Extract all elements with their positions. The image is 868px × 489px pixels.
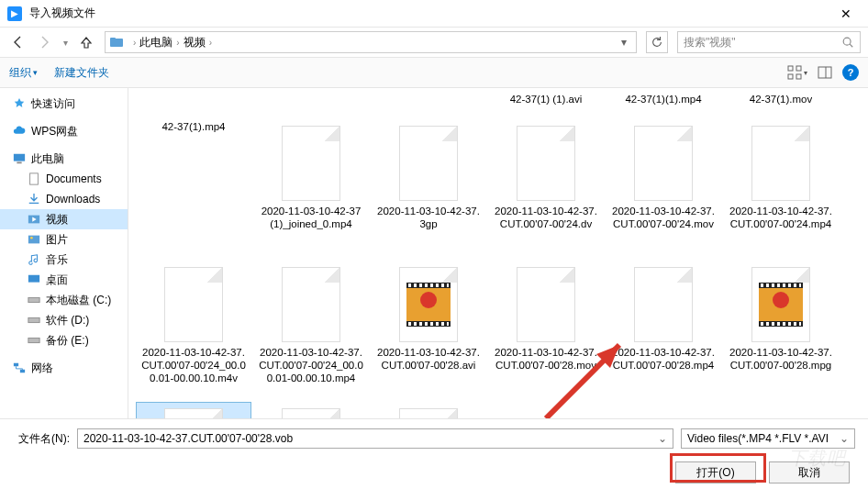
file-item[interactable]: 2020-11-03-10-42-37.3gp xyxy=(371,119,486,259)
file-name: 42-37(1).mov xyxy=(750,93,812,106)
file-item-partial[interactable]: 42-37(1).mov xyxy=(723,92,839,117)
help-button[interactable]: ? xyxy=(842,64,859,81)
file-name: 42-37(1) (1).avi xyxy=(510,93,583,106)
svg-rect-8 xyxy=(818,67,831,78)
file-thumb-icon xyxy=(164,408,223,418)
search-icon xyxy=(841,36,854,49)
organize-menu[interactable]: 组织 ▾ xyxy=(9,65,38,81)
sidebar-item-wps[interactable]: WPS网盘 xyxy=(0,121,128,141)
preview-pane-button[interactable] xyxy=(815,62,835,83)
sidebar-item-pc[interactable]: 此电脑 xyxy=(0,149,128,169)
file-name: 2020-11-03-10-42-37.CUT.00'07-00'24_00.0… xyxy=(140,346,247,384)
cancel-button[interactable]: 取消 xyxy=(769,461,850,483)
desktop-icon xyxy=(28,273,40,286)
file-item[interactable]: 2020-11-03-10-42-37.dv xyxy=(253,402,369,418)
svg-rect-16 xyxy=(28,275,39,283)
file-name: 2020-11-03-10-42-37.CUT.00'07-00'24.mov xyxy=(610,205,717,230)
svg-point-2 xyxy=(843,38,851,45)
video-thumb-icon xyxy=(399,267,458,342)
bottom-bar: 文件名(N): 2020-11-03-10-42-37.CUT.00'07-00… xyxy=(0,418,868,489)
sidebar-item-diskc[interactable]: 本地磁盘 (C:) xyxy=(0,290,128,310)
file-item[interactable]: 2020-11-03-10-42-37.CUT.00'07-00'28.mp4 xyxy=(606,261,721,400)
file-item-partial[interactable]: 42-37(1)(1).mp4 xyxy=(606,92,721,117)
crumb-sep: › xyxy=(209,38,212,48)
view-mode-button[interactable]: ▾ xyxy=(787,62,807,83)
search-placeholder: 搜索"视频" xyxy=(684,35,736,50)
close-button[interactable]: ✕ xyxy=(828,1,864,27)
svg-rect-6 xyxy=(788,74,793,79)
file-name: 2020-11-03-10-42-37.CUT.00'07-00'24_00.0… xyxy=(258,346,364,384)
sidebar-item-desktop[interactable]: 桌面 xyxy=(0,270,128,290)
file-item[interactable]: 2020-11-03-10-42-37.CUT.00'07-00'28.mpg xyxy=(723,261,839,400)
chevron-down-icon[interactable]: ⌄ xyxy=(658,432,667,445)
breadcrumb[interactable]: › 此电脑 › 视频 › ▾ xyxy=(105,31,637,53)
file-item-partial[interactable]: 42-37(1).mp4 xyxy=(136,119,251,145)
file-thumb-icon xyxy=(282,126,340,201)
window-title: 导入视频文件 xyxy=(29,6,828,21)
new-folder-button[interactable]: 新建文件夹 xyxy=(54,65,109,81)
svg-rect-17 xyxy=(28,297,39,302)
crumb-sep: › xyxy=(176,38,179,48)
sidebar-item-videos[interactable]: 视频 xyxy=(0,209,128,229)
sidebar-item-diskd[interactable]: 软件 (D:) xyxy=(0,310,128,330)
filetype-filter[interactable]: Video files(*.MP4 *.FLV *.AVI ⌄ xyxy=(681,428,855,449)
back-button[interactable] xyxy=(7,31,29,53)
svg-rect-7 xyxy=(796,74,801,79)
file-name: 2020-11-03-10-42-37.3gp xyxy=(375,205,482,230)
filename-value: 2020-11-03-10-42-37.CUT.00'07-00'28.vob xyxy=(83,432,293,445)
filter-value: Video files(*.MP4 *.FLV *.AVI xyxy=(687,432,829,445)
pc-icon xyxy=(13,152,26,165)
svg-rect-18 xyxy=(28,317,39,322)
sidebar-item-diske[interactable]: 备份 (E:) xyxy=(0,330,128,350)
filename-input[interactable]: 2020-11-03-10-42-37.CUT.00'07-00'28.vob … xyxy=(77,428,673,449)
history-dropdown[interactable]: ▾ xyxy=(59,31,72,53)
svg-rect-11 xyxy=(17,162,21,164)
sidebar-item-music[interactable]: 音乐 xyxy=(0,250,128,270)
file-item[interactable]: 2020-11-03-10-42-37.CUT.00'07-00'24.mp4 xyxy=(723,119,839,259)
file-area[interactable]: 42-37(1) (1).avi42-37(1)(1).mp442-37(1).… xyxy=(128,88,868,418)
file-item[interactable]: 2020-11-03-10-42-37.CUT.00'07-00'24_00.0… xyxy=(253,261,369,400)
crumb-dropdown[interactable]: ▾ xyxy=(616,36,632,49)
file-item[interactable]: 2020-11-03-10-42-37(1)_joined_0.mp4 xyxy=(253,119,369,259)
star-icon xyxy=(13,97,26,110)
file-item[interactable]: 2020-11-03-10-42-37.CUT.00'07-00'24.mov xyxy=(606,119,721,259)
file-item[interactable]: 2020-11-03-10-42-37.CUT.00'07-00'24_00.0… xyxy=(136,261,251,400)
svg-rect-12 xyxy=(30,173,39,184)
svg-rect-14 xyxy=(28,236,39,244)
file-item[interactable]: 2020-11-03-10-42-37.CUT.00'07-00'28.mov xyxy=(488,261,604,400)
up-button[interactable] xyxy=(75,31,97,53)
doc-icon xyxy=(28,172,40,185)
filename-label: 文件名(N): xyxy=(13,431,70,447)
picture-icon xyxy=(28,233,40,246)
sidebar-item-downloads[interactable]: Downloads xyxy=(0,189,128,209)
sidebar-item-network[interactable]: 网络 xyxy=(0,358,128,378)
file-thumb-icon xyxy=(634,126,693,201)
svg-point-15 xyxy=(30,237,33,239)
svg-rect-1 xyxy=(110,38,116,40)
file-thumb-icon xyxy=(399,408,458,418)
file-name: 2020-11-03-10-42-37.CUT.00'07-00'28.mp4 xyxy=(610,346,717,372)
refresh-button[interactable] xyxy=(646,31,668,53)
file-item[interactable]: 2020-11-03-10-42-37.CUT.00'07-00'28.vob xyxy=(136,402,251,418)
svg-rect-19 xyxy=(28,338,39,342)
file-item[interactable]: 2020-11-03-10-42-37.mov xyxy=(371,402,486,418)
forward-button[interactable] xyxy=(33,31,55,53)
disk-icon xyxy=(28,334,40,347)
sidebar-item-pictures[interactable]: 图片 xyxy=(0,229,128,250)
file-item[interactable]: 2020-11-03-10-42-37.CUT.00'07-00'24.dv xyxy=(488,119,604,259)
file-item[interactable]: 2020-11-03-10-42-37.CUT.00'07-00'28.avi xyxy=(371,261,486,400)
file-item-partial[interactable]: 42-37(1) (1).avi xyxy=(488,92,604,117)
cloud-icon xyxy=(13,125,26,138)
crumb-pc[interactable]: 此电脑 xyxy=(139,35,172,50)
sidebar-item-quick[interactable]: 快速访问 xyxy=(0,94,128,114)
file-thumb-icon xyxy=(751,126,810,201)
search-input[interactable]: 搜索"视频" xyxy=(677,31,861,53)
file-thumb-icon xyxy=(517,126,575,201)
crumb-videos[interactable]: 视频 xyxy=(184,35,206,50)
open-button[interactable]: 打开(O) xyxy=(675,461,756,483)
download-icon xyxy=(28,193,40,206)
chevron-down-icon[interactable]: ⌄ xyxy=(840,432,849,445)
svg-rect-5 xyxy=(796,66,801,71)
video-folder-icon xyxy=(28,213,40,226)
sidebar-item-documents[interactable]: Documents xyxy=(0,169,128,189)
